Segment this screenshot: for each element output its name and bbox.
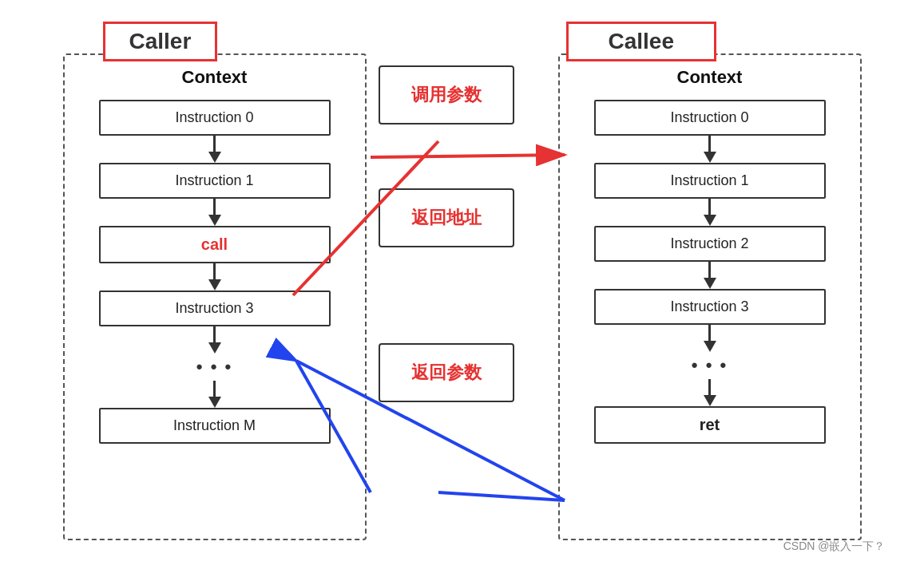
blue-arrow-return-params-line (438, 492, 565, 500)
arrow-down-0 (208, 152, 221, 163)
diagram-wrapper: Caller Callee Context Instruction 0 Inst… (23, 18, 902, 560)
callee-arrow-line-0 (708, 136, 711, 152)
arrow-line-call (213, 263, 216, 279)
callee-instr-2: Instruction 2 (594, 226, 826, 262)
main-container: Caller Callee Context Instruction 0 Inst… (0, 0, 924, 577)
arrow-down-3 (208, 342, 221, 354)
callee-instr-1-wrap: Instruction 1 (594, 163, 826, 226)
callee-instr-0-wrap: Instruction 0 (594, 100, 826, 163)
center-return-addr-label: 返回地址 (411, 207, 482, 227)
center-return-addr-box: 返回地址 (379, 188, 514, 247)
callee-arrow-down-0 (704, 152, 716, 163)
caller-instructions-list: Instruction 0 Instruction 1 call (65, 96, 365, 444)
caller-label: Caller (103, 22, 218, 61)
center-return-params-label: 返回参数 (411, 362, 482, 382)
arrow-line-dots (213, 381, 216, 397)
callee-instructions-list: Instruction 0 Instruction 1 Instruction … (560, 96, 860, 444)
caller-instr-1-wrap: Instruction 1 (99, 163, 331, 226)
callee-arrow-line-2 (708, 262, 711, 278)
callee-instr-3: Instruction 3 (594, 289, 826, 325)
callee-arrow-line-dots (708, 379, 711, 395)
callee-label: Callee (566, 22, 717, 61)
callee-arrow-line-3 (708, 325, 711, 341)
caller-dots: • • • (196, 357, 232, 377)
center-call-params-label: 调用参数 (411, 85, 482, 105)
arrow-line-0 (213, 136, 216, 152)
callee-instr-1: Instruction 1 (594, 163, 826, 199)
center-column: 调用参数 返回地址 返回参数 (371, 65, 522, 402)
callee-arrow-line-1 (708, 199, 711, 215)
caller-instr-0: Instruction 0 (99, 100, 331, 136)
caller-instr-0-wrap: Instruction 0 (99, 100, 331, 163)
arrow-down-call (208, 279, 221, 290)
caller-context-title: Context (65, 67, 365, 88)
callee-arrow-down-2 (704, 278, 716, 289)
arrow-line-1 (213, 199, 216, 215)
center-call-params-box: 调用参数 (379, 65, 514, 124)
caller-instr-3-wrap: Instruction 3 (99, 290, 331, 354)
watermark: CSDN @嵌入一下？ (783, 539, 886, 554)
callee-context-box: Context Instruction 0 Instruction 1 Inst… (558, 53, 862, 540)
callee-context-title: Context (560, 67, 860, 88)
caller-instr-m: Instruction M (99, 408, 331, 444)
callee-arrow-down-1 (704, 215, 716, 226)
callee-instr-3-wrap: Instruction 3 (594, 289, 826, 352)
callee-ret-box: ret (594, 406, 826, 444)
callee-instr-2-wrap: Instruction 2 (594, 226, 826, 289)
caller-instr-1: Instruction 1 (99, 163, 331, 199)
caller-call-wrap: call (99, 226, 331, 290)
caller-instr-3: Instruction 3 (99, 290, 331, 326)
arrow-down-1 (208, 215, 221, 226)
caller-call-box: call (99, 226, 331, 263)
callee-arrow-down-3 (704, 341, 716, 352)
callee-arrow-down-dots (704, 395, 716, 406)
center-return-params-box: 返回参数 (379, 343, 514, 402)
arrow-line-3 (213, 326, 216, 342)
callee-instr-0: Instruction 0 (594, 100, 826, 136)
callee-dots: • • • (692, 355, 728, 376)
caller-context-box: Context Instruction 0 Instruction 1 call (63, 53, 367, 540)
arrow-down-dots (208, 397, 221, 408)
